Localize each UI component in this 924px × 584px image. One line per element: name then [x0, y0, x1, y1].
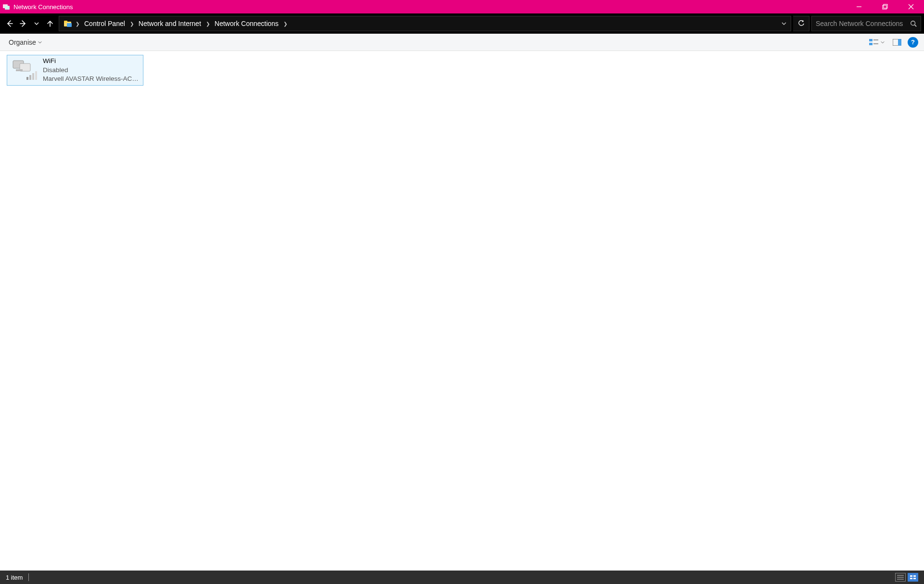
maximize-button[interactable]	[872, 0, 898, 13]
svg-rect-22	[16, 69, 23, 71]
svg-rect-10	[64, 21, 67, 23]
forward-button[interactable]	[16, 16, 30, 31]
svg-rect-3	[883, 5, 886, 9]
commandbar: Organise ?	[0, 34, 924, 51]
svg-rect-15	[869, 43, 873, 45]
chevron-right-icon[interactable]: ❯	[282, 21, 288, 26]
chevron-right-icon[interactable]: ❯	[129, 21, 135, 26]
search-input[interactable]	[816, 20, 910, 27]
view-options-button[interactable]	[865, 36, 885, 49]
connection-item-wifi[interactable]: WiFi Disabled Marvell AVASTAR Wireless-A…	[7, 55, 143, 86]
network-adapter-icon	[11, 59, 38, 82]
search-icon[interactable]	[910, 20, 917, 27]
help-button[interactable]: ?	[908, 37, 918, 48]
chevron-right-icon[interactable]: ❯	[75, 21, 80, 26]
svg-rect-14	[869, 39, 873, 41]
connection-text: WiFi Disabled Marvell AVASTAR Wireless-A…	[43, 57, 139, 84]
svg-rect-4	[884, 4, 887, 8]
item-count: 1 item	[6, 574, 28, 581]
content-area[interactable]: WiFi Disabled Marvell AVASTAR Wireless-A…	[0, 51, 924, 571]
svg-rect-23	[26, 77, 28, 80]
statusbar-divider	[28, 573, 29, 581]
connection-name: WiFi	[43, 57, 139, 66]
close-button[interactable]	[898, 0, 924, 13]
preview-pane-button[interactable]	[890, 36, 904, 49]
svg-rect-11	[67, 23, 72, 27]
breadcrumb-network-and-internet[interactable]: Network and Internet	[135, 18, 205, 29]
svg-line-13	[915, 25, 917, 27]
svg-rect-17	[873, 43, 878, 44]
organise-label: Organise	[9, 38, 36, 46]
svg-rect-31	[913, 575, 916, 577]
svg-rect-1	[5, 6, 10, 10]
chevron-down-icon	[38, 40, 42, 44]
statusbar: 1 item	[0, 571, 924, 584]
svg-rect-25	[32, 73, 34, 80]
recent-locations-button[interactable]	[30, 16, 43, 31]
connection-device: Marvell AVASTAR Wireless-AC ...	[43, 75, 139, 84]
back-button[interactable]	[3, 16, 16, 31]
breadcrumb: ❯ Control Panel ❯ Network and Internet ❯…	[75, 18, 777, 29]
svg-rect-32	[910, 578, 912, 579]
organise-button[interactable]: Organise	[6, 37, 45, 48]
addressbar: ❯ Control Panel ❯ Network and Internet ❯…	[0, 13, 924, 34]
svg-rect-16	[873, 39, 878, 40]
view-options-icon	[867, 36, 881, 49]
svg-rect-33	[913, 578, 916, 579]
svg-point-12	[911, 21, 915, 25]
refresh-button[interactable]	[793, 16, 809, 31]
large-icons-view-button[interactable]	[908, 573, 918, 582]
svg-rect-24	[29, 75, 31, 80]
minimize-button[interactable]	[846, 0, 872, 13]
svg-rect-19	[898, 39, 901, 46]
chevron-right-icon[interactable]: ❯	[205, 21, 211, 26]
window-controls	[846, 0, 924, 13]
search-box[interactable]	[811, 16, 921, 31]
breadcrumb-bar[interactable]: ❯ Control Panel ❯ Network and Internet ❯…	[59, 16, 791, 31]
window-title: Network Connections	[13, 3, 73, 11]
svg-rect-26	[35, 71, 37, 80]
connection-status: Disabled	[43, 66, 139, 75]
breadcrumb-dropdown-button[interactable]	[777, 21, 791, 26]
help-icon: ?	[911, 38, 915, 46]
breadcrumb-network-connections[interactable]: Network Connections	[211, 18, 282, 29]
titlebar: Network Connections	[0, 0, 924, 13]
up-button[interactable]	[43, 16, 57, 31]
svg-rect-30	[910, 575, 912, 577]
details-view-button[interactable]	[895, 573, 906, 582]
location-icon	[63, 19, 73, 28]
app-icon	[2, 2, 11, 11]
breadcrumb-control-panel[interactable]: Control Panel	[80, 18, 129, 29]
chevron-down-icon	[881, 40, 885, 44]
